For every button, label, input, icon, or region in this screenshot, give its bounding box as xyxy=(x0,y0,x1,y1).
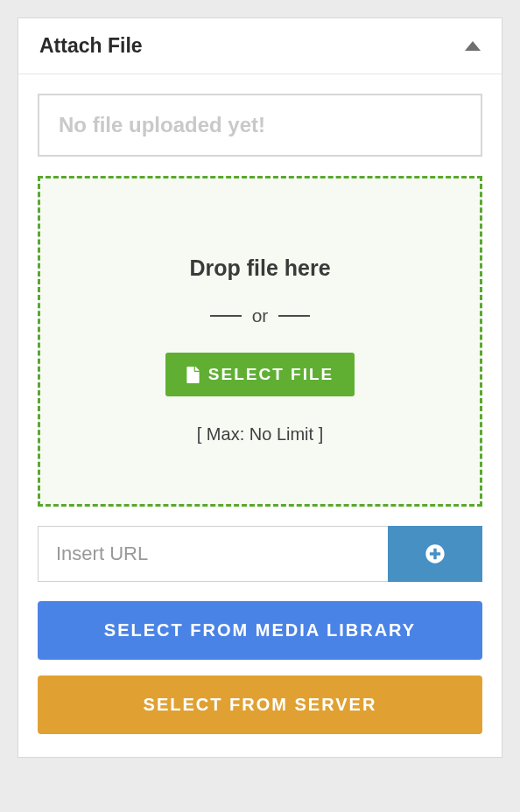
file-dropzone[interactable]: Drop file here or SELECT FILE [ Max: No … xyxy=(38,176,482,507)
add-url-button[interactable] xyxy=(388,526,482,582)
max-size-label: [ Max: No Limit ] xyxy=(58,424,462,444)
dash-icon xyxy=(210,315,242,317)
or-label: or xyxy=(252,305,269,326)
chevron-up-icon xyxy=(465,41,481,51)
upload-status-box: No file uploaded yet! xyxy=(38,94,482,157)
or-separator: or xyxy=(58,305,462,326)
url-input-row xyxy=(38,526,482,582)
attach-file-panel: Attach File No file uploaded yet! Drop f… xyxy=(18,18,502,758)
select-file-button[interactable]: SELECT FILE xyxy=(165,353,355,396)
file-icon xyxy=(186,367,200,383)
url-input[interactable] xyxy=(38,526,388,582)
dropzone-heading: Drop file here xyxy=(58,256,462,281)
panel-header[interactable]: Attach File xyxy=(18,18,502,74)
panel-body: No file uploaded yet! Drop file here or … xyxy=(18,74,502,757)
select-from-server-button[interactable]: SELECT FROM SERVER xyxy=(38,676,482,734)
plus-circle-icon xyxy=(425,544,445,564)
upload-status-text: No file uploaded yet! xyxy=(59,113,461,137)
select-file-label: SELECT FILE xyxy=(208,365,334,384)
select-from-media-library-button[interactable]: SELECT FROM MEDIA LIBRARY xyxy=(38,601,482,660)
dash-icon xyxy=(278,315,310,317)
panel-title: Attach File xyxy=(39,34,143,58)
